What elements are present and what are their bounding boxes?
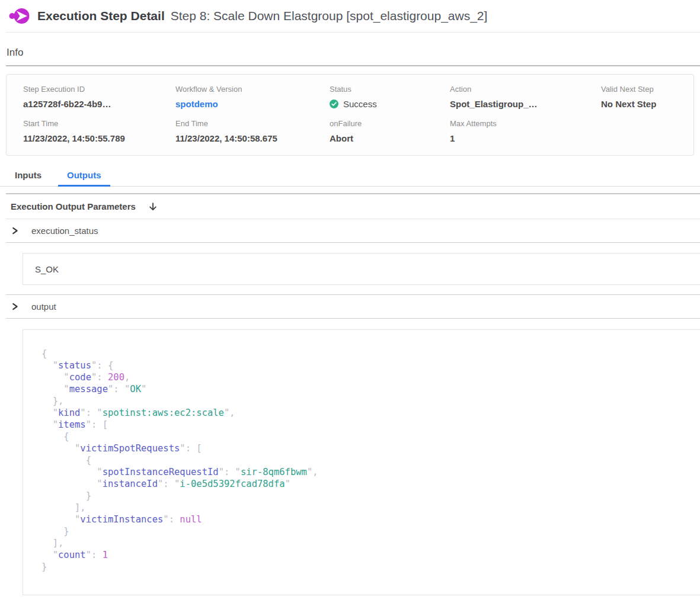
field-empty — [601, 119, 693, 143]
output-json-viewer: { "status": { "code": 200, "message": "O… — [23, 329, 700, 595]
field-value: Spot_Elastigroup_… — [450, 99, 594, 109]
output-parameters-header: Execution Output Parameters — [0, 194, 700, 219]
tab-outputs[interactable]: Outputs — [58, 164, 110, 186]
page-title: Execution Step Detail — [37, 9, 165, 23]
tab-inputs[interactable]: Inputs — [6, 164, 50, 186]
workflow-link[interactable]: spotdemo — [175, 99, 322, 109]
execution-status-value-box: S_OK — [23, 253, 700, 285]
success-check-icon — [330, 100, 338, 108]
info-section-title: Info — [7, 47, 700, 59]
group-row-execution-status[interactable]: execution_status — [0, 219, 700, 242]
field-end-time: End Time 11/23/2022, 14:50:58.675 — [175, 119, 330, 143]
download-outputs-button[interactable] — [148, 202, 158, 211]
app-header: Execution Step Detail Step 8: Scale Down… — [0, 0, 700, 32]
field-workflow-version: Workflow & Version spotdemo — [175, 85, 330, 109]
status-badge: Success — [343, 99, 377, 109]
field-label: Step Execution ID — [23, 85, 168, 94]
page-subtitle: Step 8: Scale Down Elastgroup [spot_elas… — [171, 9, 488, 23]
field-label: Workflow & Version — [175, 85, 322, 94]
group-name: execution_status — [31, 226, 98, 236]
chevron-right-icon — [11, 226, 19, 235]
group-row-output[interactable]: output — [0, 295, 700, 318]
field-start-time: Start Time 11/23/2022, 14:50:55.789 — [23, 119, 175, 143]
field-action: Action Spot_Elastigroup_… — [450, 85, 601, 109]
json-code: { "status": { "code": 200, "message": "O… — [41, 348, 695, 573]
app-logo-icon — [9, 7, 30, 25]
download-arrow-icon — [148, 202, 158, 211]
field-label: Start Time — [23, 119, 168, 128]
field-value: 11/23/2022, 14:50:55.789 — [23, 133, 168, 143]
divider — [6, 242, 700, 243]
execution-status-value: S_OK — [35, 264, 59, 274]
divider — [6, 318, 700, 319]
field-max-attempts: Max Attempts 1 — [450, 119, 601, 143]
field-label: onFailure — [330, 119, 443, 128]
group-name: output — [31, 302, 56, 312]
field-label: End Time — [175, 119, 322, 128]
field-label: Max Attempts — [450, 119, 594, 128]
info-card: Step Execution ID a125728f-6b22-4b9… Wor… — [6, 74, 694, 156]
field-value: 1 — [450, 133, 594, 143]
field-value: Abort — [330, 133, 443, 143]
field-step-execution-id: Step Execution ID a125728f-6b22-4b9… — [23, 85, 175, 109]
tabs-bar: Inputs Outputs — [0, 164, 700, 187]
status-value: Success — [330, 99, 443, 109]
field-on-failure: onFailure Abort — [330, 119, 450, 143]
field-label: Status — [330, 85, 443, 94]
info-divider — [6, 65, 700, 66]
chevron-right-icon — [11, 302, 19, 311]
spacer — [0, 285, 700, 294]
field-value: a125728f-6b22-4b9… — [23, 99, 168, 109]
field-status: Status Success — [330, 85, 450, 109]
field-value: 11/23/2022, 14:50:58.675 — [175, 133, 322, 143]
output-parameters-title: Execution Output Parameters — [11, 201, 136, 211]
field-valid-next-step: Valid Next Step No Next Step — [601, 85, 693, 109]
spacer — [0, 187, 700, 193]
header-divider — [6, 32, 700, 33]
field-label: Action — [450, 85, 594, 94]
field-value: No Next Step — [601, 99, 686, 109]
field-label: Valid Next Step — [601, 85, 686, 94]
